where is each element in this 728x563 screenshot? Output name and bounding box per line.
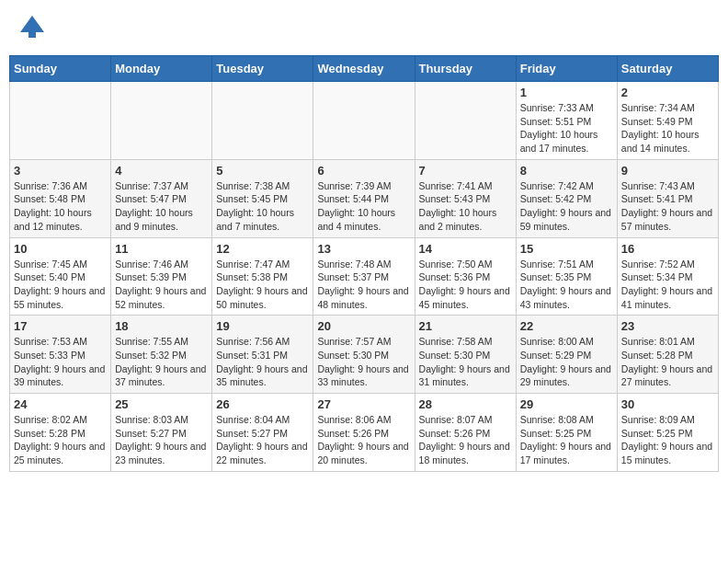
daylight-text: Daylight: 9 hours and 39 minutes. [14,363,105,388]
day-info: Sunrise: 7:57 AMSunset: 5:30 PMDaylight:… [317,335,410,389]
sunset-text: Sunset: 5:48 PM [14,193,85,204]
sunrise-text: Sunrise: 7:57 AM [317,336,391,347]
sunset-text: Sunset: 5:28 PM [14,428,85,439]
sunrise-text: Sunrise: 7:52 AM [621,259,695,270]
day-info: Sunrise: 8:04 AMSunset: 5:27 PMDaylight:… [216,413,309,467]
calendar-day-cell: 7Sunrise: 7:41 AMSunset: 5:43 PMDaylight… [415,159,516,237]
calendar-day-cell: 19Sunrise: 7:56 AMSunset: 5:31 PMDayligh… [212,316,313,394]
sunrise-text: Sunrise: 7:39 AM [317,180,391,191]
sunset-text: Sunset: 5:41 PM [621,193,693,204]
sunset-text: Sunset: 5:27 PM [216,428,288,439]
day-info: Sunrise: 7:45 AMSunset: 5:40 PMDaylight:… [14,258,107,312]
sunrise-text: Sunrise: 8:09 AM [621,414,695,425]
daylight-text: Daylight: 9 hours and 22 minutes. [216,441,307,465]
sunrise-text: Sunrise: 7:36 AM [14,180,87,191]
day-info: Sunrise: 8:09 AMSunset: 5:25 PMDaylight:… [621,413,714,467]
daylight-text: Daylight: 9 hours and 50 minutes. [216,285,307,310]
day-info: Sunrise: 7:39 AMSunset: 5:44 PMDaylight:… [317,179,410,234]
day-info: Sunrise: 7:37 AMSunset: 5:47 PMDaylight:… [115,179,208,234]
sunrise-text: Sunrise: 8:04 AM [216,414,290,425]
sunrise-text: Sunrise: 7:33 AM [520,102,594,113]
sunset-text: Sunset: 5:40 PM [14,271,85,282]
day-number: 8 [520,164,613,178]
sunrise-text: Sunrise: 8:06 AM [317,414,391,425]
day-number: 14 [419,242,512,256]
calendar-day-cell: 6Sunrise: 7:39 AMSunset: 5:44 PMDaylight… [313,159,415,237]
sunset-text: Sunset: 5:29 PM [520,350,592,361]
calendar-day-cell [415,82,516,160]
day-info: Sunrise: 7:51 AMSunset: 5:35 PMDaylight:… [520,258,613,312]
calendar-week-row: 24Sunrise: 8:02 AMSunset: 5:28 PMDayligh… [10,394,719,472]
sunrise-text: Sunrise: 8:02 AM [14,414,87,425]
sunrise-text: Sunrise: 8:08 AM [520,414,594,425]
day-number: 19 [216,319,309,333]
sunset-text: Sunset: 5:31 PM [216,350,288,361]
daylight-text: Daylight: 9 hours and 27 minutes. [621,363,712,388]
calendar-day-cell: 12Sunrise: 7:47 AMSunset: 5:38 PMDayligh… [212,237,313,316]
sunset-text: Sunset: 5:27 PM [115,428,187,439]
sunset-text: Sunset: 5:30 PM [317,350,389,361]
day-number: 28 [419,397,512,411]
calendar-day-cell [313,82,415,160]
calendar-day-cell: 4Sunrise: 7:37 AMSunset: 5:47 PMDaylight… [111,159,212,237]
calendar-day-cell: 21Sunrise: 7:58 AMSunset: 5:30 PMDayligh… [415,316,516,394]
daylight-text: Daylight: 9 hours and 23 minutes. [115,441,206,465]
daylight-text: Daylight: 9 hours and 31 minutes. [419,363,510,388]
sunset-text: Sunset: 5:39 PM [115,271,187,282]
day-info: Sunrise: 8:02 AMSunset: 5:28 PMDaylight:… [14,413,107,467]
calendar-day-cell: 11Sunrise: 7:46 AMSunset: 5:39 PMDayligh… [111,237,212,316]
sunrise-text: Sunrise: 7:56 AM [216,336,290,347]
day-number: 2 [621,86,714,99]
daylight-text: Daylight: 10 hours and 12 minutes. [14,207,92,232]
sunrise-text: Sunrise: 7:55 AM [115,336,188,347]
sunset-text: Sunset: 5:32 PM [115,350,187,361]
day-of-week-header: Saturday [617,56,718,82]
sunrise-text: Sunrise: 7:41 AM [419,180,493,191]
day-number: 20 [317,319,410,333]
calendar-day-cell: 2Sunrise: 7:34 AMSunset: 5:49 PMDaylight… [617,82,718,160]
calendar-day-cell: 9Sunrise: 7:43 AMSunset: 5:41 PMDaylight… [617,159,718,237]
sunrise-text: Sunrise: 7:50 AM [419,259,493,270]
daylight-text: Daylight: 10 hours and 4 minutes. [317,207,395,232]
day-number: 30 [621,397,714,411]
day-number: 22 [520,319,613,333]
calendar-header-row: SundayMondayTuesdayWednesdayThursdayFrid… [10,56,719,82]
sunset-text: Sunset: 5:25 PM [520,428,592,439]
day-number: 9 [621,164,714,178]
day-number: 11 [115,242,208,256]
daylight-text: Daylight: 9 hours and 25 minutes. [14,441,105,465]
daylight-text: Daylight: 9 hours and 43 minutes. [520,285,611,310]
sunrise-text: Sunrise: 7:46 AM [115,259,188,270]
sunset-text: Sunset: 5:49 PM [621,116,693,127]
day-number: 5 [216,164,309,178]
sunset-text: Sunset: 5:25 PM [621,428,693,439]
day-info: Sunrise: 7:42 AMSunset: 5:42 PMDaylight:… [520,179,613,234]
day-info: Sunrise: 7:34 AMSunset: 5:49 PMDaylight:… [621,101,714,155]
sunrise-text: Sunrise: 8:00 AM [520,336,594,347]
day-info: Sunrise: 7:43 AMSunset: 5:41 PMDaylight:… [621,179,714,234]
daylight-text: Daylight: 9 hours and 17 minutes. [520,441,611,465]
calendar-day-cell [111,82,212,160]
calendar-day-cell: 27Sunrise: 8:06 AMSunset: 5:26 PMDayligh… [313,394,415,472]
day-number: 26 [216,397,309,411]
daylight-text: Daylight: 9 hours and 33 minutes. [317,363,408,388]
sunrise-text: Sunrise: 8:03 AM [115,414,188,425]
sunrise-text: Sunrise: 7:47 AM [216,259,290,270]
daylight-text: Daylight: 9 hours and 20 minutes. [317,441,408,465]
calendar-day-cell: 18Sunrise: 7:55 AMSunset: 5:32 PMDayligh… [111,316,212,394]
calendar-day-cell: 15Sunrise: 7:51 AMSunset: 5:35 PMDayligh… [516,237,617,316]
calendar-day-cell: 5Sunrise: 7:38 AMSunset: 5:45 PMDaylight… [212,159,313,237]
logo [18,14,50,41]
day-number: 24 [14,397,107,411]
sunrise-text: Sunrise: 7:48 AM [317,259,391,270]
daylight-text: Daylight: 9 hours and 41 minutes. [621,285,712,310]
sunset-text: Sunset: 5:44 PM [317,193,389,204]
day-of-week-header: Thursday [415,56,516,82]
sunset-text: Sunset: 5:28 PM [621,350,693,361]
day-number: 12 [216,242,309,256]
daylight-text: Daylight: 10 hours and 14 minutes. [621,129,700,154]
calendar-day-cell: 13Sunrise: 7:48 AMSunset: 5:37 PMDayligh… [313,237,415,316]
daylight-text: Daylight: 9 hours and 59 minutes. [520,207,611,232]
sunrise-text: Sunrise: 7:45 AM [14,259,87,270]
sunset-text: Sunset: 5:51 PM [520,116,592,127]
